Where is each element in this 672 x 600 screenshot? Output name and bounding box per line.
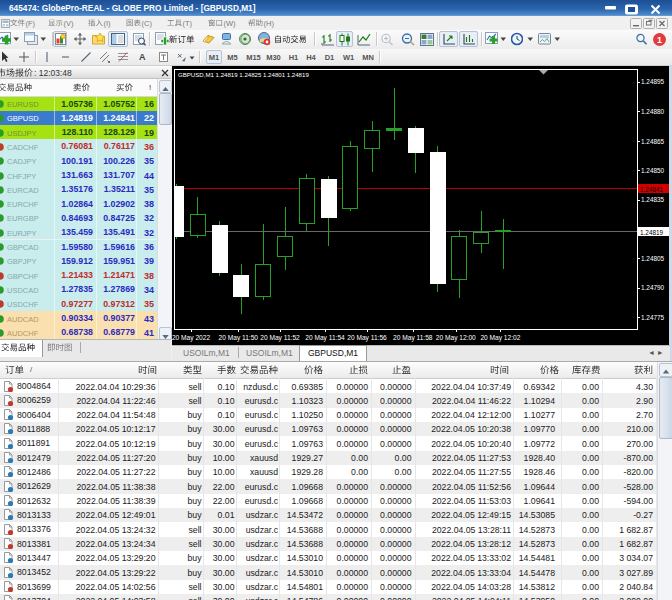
svg-text:20 May 11:52: 20 May 11:52 xyxy=(260,334,300,342)
svg-text:1.24880: 1.24880 xyxy=(641,108,665,115)
svg-text:GBPUSD,M1 1.24819 1.24825 1.2: GBPUSD,M1 1.24819 1.24825 1.24801 1.2481… xyxy=(178,71,309,78)
svg-text:1.24865: 1.24865 xyxy=(641,138,665,145)
svg-text:1.24841: 1.24841 xyxy=(640,186,664,193)
svg-text:1.24850: 1.24850 xyxy=(641,167,665,174)
svg-text:1.24895: 1.24895 xyxy=(641,78,665,85)
svg-text:20 May 12:02: 20 May 12:02 xyxy=(480,334,520,342)
svg-text:20 May 11:54: 20 May 11:54 xyxy=(305,334,345,342)
svg-text:20 May 11:56: 20 May 11:56 xyxy=(347,334,387,342)
svg-text:20 May 12:00: 20 May 12:00 xyxy=(436,334,476,342)
svg-text:1.24805: 1.24805 xyxy=(641,255,665,262)
svg-text:1: 1 xyxy=(657,35,662,45)
svg-text:1.24819: 1.24819 xyxy=(640,229,664,236)
svg-text:1.24790: 1.24790 xyxy=(641,284,665,291)
svg-text:20 May 2022: 20 May 2022 xyxy=(172,334,210,342)
svg-text:1.24775: 1.24775 xyxy=(641,314,665,321)
svg-text:20 May 11:50: 20 May 11:50 xyxy=(219,334,259,342)
svg-text:20 May 11:58: 20 May 11:58 xyxy=(393,334,433,342)
svg-text:1.24835: 1.24835 xyxy=(641,196,665,203)
